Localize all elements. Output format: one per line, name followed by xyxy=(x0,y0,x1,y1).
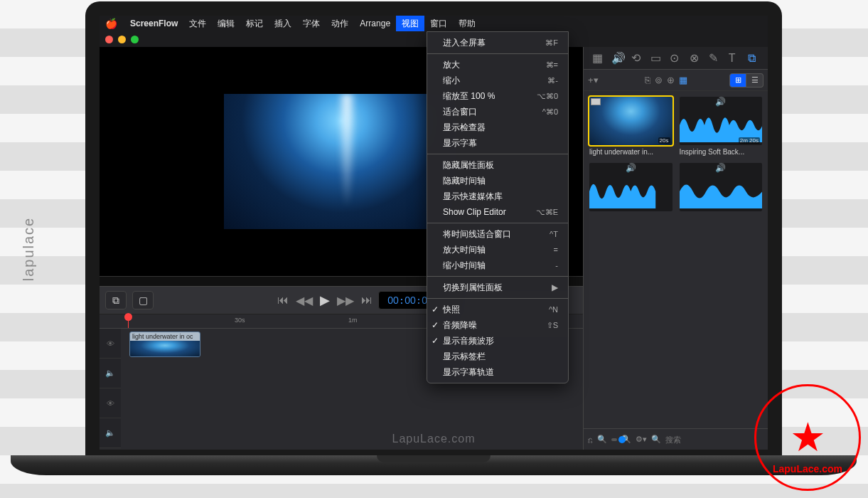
apple-logo-icon[interactable]: 🍎 xyxy=(105,18,117,29)
media-thumbnail[interactable]: 🔊 xyxy=(680,163,763,211)
zoom-button[interactable] xyxy=(131,36,139,43)
media-thumbnail[interactable]: 20s xyxy=(589,97,673,145)
menu-item-label: 显示检查器 xyxy=(443,121,486,134)
pip-button[interactable]: ⧉ xyxy=(105,291,127,309)
sound-icon: 🔊 xyxy=(589,163,673,173)
menu-item[interactable]: 显示快速媒体库 xyxy=(427,189,568,204)
media-item[interactable]: 🔊 xyxy=(589,163,673,211)
menu-edit[interactable]: 编辑 xyxy=(212,16,240,31)
prev-frame-button[interactable]: ◀◀ xyxy=(296,294,313,307)
lib-tab-3-icon[interactable]: ⊕ xyxy=(667,75,675,85)
menu-shortcut: ⌘F xyxy=(545,36,558,49)
media-grid: 20s light underwater in... 🔊 2m 20s Insp… xyxy=(584,91,768,428)
menu-shortcut: ⌥⌘E xyxy=(536,206,558,218)
undo-icon[interactable]: ⎌ xyxy=(588,435,593,444)
menu-item-label: 显示快速媒体库 xyxy=(443,190,503,203)
ruler-tick: 30s xyxy=(235,317,245,324)
media-item[interactable]: 🔊 xyxy=(680,163,763,211)
annotations-icon[interactable]: ⊗ xyxy=(690,51,701,65)
audio-properties-icon[interactable]: 🔊 xyxy=(611,51,623,65)
add-media-button[interactable]: +▾ xyxy=(588,75,599,85)
menu-item[interactable]: 隐藏属性面板 xyxy=(427,157,568,173)
waveform-icon xyxy=(589,174,673,208)
menu-mark[interactable]: 标记 xyxy=(240,16,269,31)
menu-item[interactable]: 放大⌘= xyxy=(427,57,568,73)
menu-item[interactable]: Show Clip Editor⌥⌘E xyxy=(427,204,568,220)
track-visibility-toggle[interactable]: 👁 xyxy=(100,329,121,359)
menu-item[interactable]: 缩小时间轴- xyxy=(427,258,568,273)
menu-action[interactable]: 动作 xyxy=(326,16,354,31)
menu-item[interactable]: 进入全屏幕⌘F xyxy=(427,35,568,51)
screen-rec-icon[interactable]: ⟲ xyxy=(631,51,643,65)
media-library-icon[interactable]: ⧉ xyxy=(748,52,759,65)
track-mute-toggle[interactable]: 🔈 xyxy=(100,418,121,448)
menu-item[interactable]: 将时间线适合窗口^T xyxy=(427,226,568,242)
menu-item[interactable]: 显示字幕轨道 xyxy=(427,364,568,380)
gear-icon[interactable]: ⚙▾ xyxy=(636,435,647,444)
menu-shortcut: ⇧S xyxy=(547,319,558,332)
menu-item[interactable]: ✓音频降噪⇧S xyxy=(427,317,568,333)
zoom-out-icon[interactable]: 🔍 xyxy=(597,435,607,444)
video-properties-icon[interactable]: ▦ xyxy=(592,51,604,65)
crop-button[interactable]: ▢ xyxy=(132,291,154,309)
menu-file[interactable]: 文件 xyxy=(183,16,212,31)
app-name[interactable]: ScreenFlow xyxy=(124,16,183,31)
skip-fwd-button[interactable]: ⏭ xyxy=(361,294,373,307)
media-duration: 20s xyxy=(658,137,670,144)
skip-back-button[interactable]: ⏮ xyxy=(277,294,289,307)
search-input[interactable] xyxy=(665,435,763,444)
menu-item[interactable]: 切换到属性面板▶ xyxy=(427,280,568,295)
menu-item[interactable]: ✓快照^N xyxy=(427,302,568,317)
filmstrip-icon xyxy=(591,98,601,105)
lib-tab-4-icon[interactable]: ▦ xyxy=(679,75,687,85)
lib-tab-1-icon[interactable]: ⎘ xyxy=(645,75,650,85)
preview-canvas[interactable] xyxy=(224,94,459,229)
menu-item[interactable]: 放大时间轴= xyxy=(427,242,568,258)
thumbnail-zoom-slider[interactable] xyxy=(611,438,617,441)
play-button[interactable]: ▶ xyxy=(320,292,330,308)
clip-thumbnail xyxy=(130,341,200,356)
timeline-clip[interactable]: light underwater in oc xyxy=(129,332,200,357)
menu-item-label: 缩小时间轴 xyxy=(443,259,486,272)
lib-tab-2-icon[interactable]: ⊚ xyxy=(655,75,663,85)
playhead[interactable] xyxy=(128,314,129,328)
list-view-button[interactable]: ☰ xyxy=(746,73,763,88)
touch-icon[interactable]: ⊙ xyxy=(670,51,681,65)
watermark-center: LapuLace.com xyxy=(392,433,476,445)
ruler-tick: 1m xyxy=(348,317,358,324)
menu-font[interactable]: 字体 xyxy=(297,16,326,31)
menu-view[interactable]: 视图 xyxy=(396,16,424,31)
callout-icon[interactable]: ▭ xyxy=(650,51,662,65)
menu-item-label: 缩放至 100 % xyxy=(443,90,495,102)
timecode-hh: 00 xyxy=(387,295,399,306)
next-frame-button[interactable]: ▶▶ xyxy=(337,294,354,307)
track-visibility-toggle[interactable]: 👁 xyxy=(100,388,121,418)
menu-item[interactable]: 缩小⌘- xyxy=(427,73,568,88)
menu-item-label: 音频降噪 xyxy=(443,319,477,332)
menu-item[interactable]: 适合窗口^⌘0 xyxy=(427,104,568,120)
menu-item[interactable]: 隐藏时间轴 xyxy=(427,173,568,189)
pen-icon[interactable]: ✎ xyxy=(709,51,720,65)
media-item[interactable]: 20s light underwater in... xyxy=(589,97,673,156)
app-window: 🍎 ScreenFlow 文件 编辑 标记 插入 字体 动作 Arrange 视… xyxy=(100,16,768,450)
close-button[interactable] xyxy=(105,36,113,43)
grid-view-button[interactable]: ⊞ xyxy=(729,73,746,88)
menu-arrange[interactable]: Arrange xyxy=(354,16,396,31)
text-icon[interactable]: T xyxy=(729,52,740,65)
menu-help[interactable]: 帮助 xyxy=(453,16,481,31)
media-thumbnail[interactable]: 🔊 xyxy=(589,163,673,211)
menu-separator xyxy=(427,276,568,277)
media-thumbnail[interactable]: 🔊 2m 20s xyxy=(680,97,763,145)
track-mute-toggle[interactable]: 🔈 xyxy=(100,359,121,388)
menu-insert[interactable]: 插入 xyxy=(269,16,297,31)
minimize-button[interactable] xyxy=(118,36,126,43)
menu-item-label: 放大时间轴 xyxy=(443,243,486,256)
menu-item[interactable]: 显示字幕 xyxy=(427,135,568,151)
watermark-stamp-text: LapuLace.com xyxy=(773,463,842,475)
menu-item[interactable]: 显示检查器 xyxy=(427,120,568,135)
menu-item[interactable]: 缩放至 100 %⌥⌘0 xyxy=(427,88,568,104)
menu-item[interactable]: 显示标签栏 xyxy=(427,349,568,364)
menu-item[interactable]: ✓显示音频波形 xyxy=(427,333,568,349)
media-item[interactable]: 🔊 2m 20s Inspiring Soft Back... xyxy=(680,97,763,156)
menu-window[interactable]: 窗口 xyxy=(424,16,453,31)
